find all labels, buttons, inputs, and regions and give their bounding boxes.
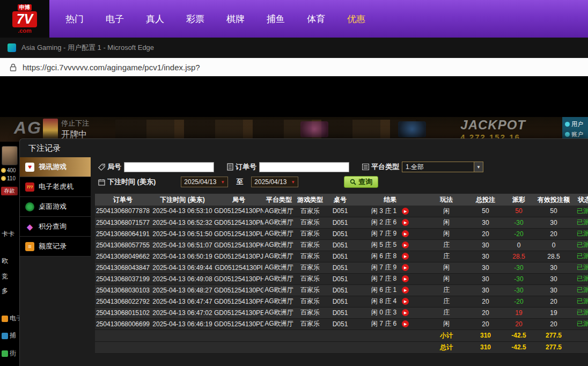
cell-valid: 28.5 bbox=[534, 251, 574, 262]
replay-icon[interactable]: ▶ bbox=[402, 298, 409, 305]
balance-row-2: 110 bbox=[1, 175, 16, 181]
cell-valid: 20 bbox=[534, 228, 574, 239]
subtotal-row-spacer bbox=[95, 330, 425, 341]
cell-time: 2025-04-13 06:51:07 bbox=[151, 239, 214, 251]
round-input[interactable] bbox=[124, 162, 214, 172]
cell-payout: -30 bbox=[504, 273, 534, 284]
cell-status: 已派 bbox=[574, 284, 588, 296]
replay-icon[interactable]: ▶ bbox=[402, 219, 409, 226]
cell-time: 2025-04-13 06:47:47 bbox=[151, 296, 214, 307]
cell-time: 2025-04-13 06:49:08 bbox=[151, 273, 214, 284]
replay-icon[interactable]: ▶ bbox=[402, 275, 409, 282]
cell-round: GD051254130PM bbox=[214, 217, 263, 228]
cell-table: D051 bbox=[326, 217, 355, 228]
table-status: 停止下注 开牌中 bbox=[61, 119, 89, 141]
sidebar-item-4[interactable]: ≡额度记录 bbox=[20, 237, 91, 257]
replay-icon[interactable]: ▶ bbox=[402, 241, 409, 248]
order-label-text: 订单号 bbox=[236, 162, 256, 172]
left-strip-item-0[interactable]: 卡卡 bbox=[2, 230, 14, 239]
nav-item-3[interactable]: 彩票 bbox=[186, 13, 204, 25]
replay-icon[interactable]: ▶ bbox=[402, 264, 409, 271]
cell-game: 百家乐 bbox=[295, 206, 326, 217]
banner-user-item-1[interactable]: 账户 bbox=[565, 130, 588, 138]
column-header-5: 桌号 bbox=[326, 194, 355, 206]
cell-order: 250413068077878 bbox=[95, 206, 151, 217]
slot-machines-decor bbox=[115, 120, 416, 139]
nav-item-2[interactable]: 真人 bbox=[146, 13, 164, 25]
cell-table: D051 bbox=[326, 273, 355, 284]
left-strip-item-2[interactable]: 竞 bbox=[2, 272, 8, 281]
sidebar-item-2[interactable]: 桌面游戏 bbox=[20, 197, 91, 217]
round-label: 局号 bbox=[98, 162, 121, 172]
page-content: AG 停止下注 开牌中 JACKPOT 4,272,152.16 用户账户 40… bbox=[0, 76, 588, 366]
total-row-spacer bbox=[95, 341, 425, 353]
cell-valid: 50 bbox=[534, 206, 574, 217]
table-row: 2504130680066992025-04-13 06:46:19GD0512… bbox=[95, 318, 588, 330]
browser-urlbar[interactable]: https://gci.7vvvvvv.com/agingame/pcv1/in… bbox=[0, 58, 588, 76]
cell-payout: 28.5 bbox=[504, 251, 534, 262]
nav-item-7[interactable]: 优惠 bbox=[347, 13, 365, 25]
cell-play: 庄 bbox=[425, 251, 467, 262]
window-title: Asia Gaming - 用户配置 1 - Microsoft Edge bbox=[21, 43, 154, 53]
deposit-button[interactable]: 存款 bbox=[1, 187, 18, 195]
column-header-3: 平台类型 bbox=[263, 194, 295, 206]
table-games-icon bbox=[25, 202, 34, 211]
sidebar-item-1[interactable]: 777电子老虎机 bbox=[20, 177, 91, 197]
replay-icon[interactable]: ▶ bbox=[402, 309, 409, 316]
site-logo[interactable]: 申博 7V .com bbox=[0, 0, 49, 38]
replay-icon[interactable]: ▶ bbox=[402, 253, 409, 260]
cell-status: 已派 bbox=[574, 239, 588, 251]
replay-icon[interactable]: ▶ bbox=[402, 287, 409, 294]
left-strip-label: 欧 bbox=[2, 257, 8, 266]
left-strip-item-6[interactable]: 街 bbox=[2, 349, 16, 358]
avatar[interactable] bbox=[2, 146, 18, 165]
table-row: 2504130680778782025-04-13 06:53:10GD0512… bbox=[95, 206, 588, 217]
left-strip-item-3[interactable]: 多 bbox=[2, 287, 8, 296]
arcade-icon bbox=[2, 350, 8, 357]
logo-cn-text: 申博 bbox=[18, 4, 32, 11]
balance-row-1: 400 bbox=[1, 167, 16, 173]
sidebar-item-3[interactable]: ◆积分查询 bbox=[20, 217, 91, 237]
cell-time: 2025-04-13 06:49:44 bbox=[151, 262, 214, 273]
nav-item-4[interactable]: 棋牌 bbox=[226, 13, 245, 25]
cell-valid: 0 bbox=[534, 239, 574, 251]
banner-user-label: 账户 bbox=[571, 130, 583, 138]
slots-icon bbox=[2, 316, 8, 322]
cell-result: 闲 7 庄 6▶ bbox=[355, 318, 425, 330]
order-input[interactable] bbox=[259, 162, 349, 172]
sidebar-item-0[interactable]: ♥视讯游戏 bbox=[20, 157, 91, 177]
records-icon: ≡ bbox=[25, 242, 34, 251]
nav-item-1[interactable]: 电子 bbox=[106, 13, 124, 25]
banner-user-item-0[interactable]: 用户 bbox=[565, 120, 588, 128]
cell-status: 已派 bbox=[574, 296, 588, 307]
cell-time: 2025-04-13 06:51:50 bbox=[151, 228, 214, 239]
date-from-select[interactable]: 2025/04/13 ▼ bbox=[181, 177, 228, 187]
cell-result: 闲 0 庄 3▶ bbox=[355, 307, 425, 318]
nav-item-0[interactable]: 热门 bbox=[65, 13, 84, 25]
replay-icon[interactable]: ▶ bbox=[402, 320, 409, 327]
nav-item-5[interactable]: 捕鱼 bbox=[267, 13, 285, 25]
left-strip-item-5[interactable]: 捕 bbox=[2, 331, 16, 340]
cell-game: 百家乐 bbox=[295, 217, 326, 228]
cell-valid: 30 bbox=[534, 284, 574, 296]
replay-icon[interactable]: ▶ bbox=[402, 208, 409, 215]
table-row: 2504130680496622025-04-13 06:50:19GD0512… bbox=[95, 251, 588, 262]
cell-round: GD051254130PI bbox=[214, 262, 263, 273]
slot-machine-thumb bbox=[43, 119, 58, 140]
cell-payout: 20 bbox=[504, 318, 534, 330]
replay-icon[interactable]: ▶ bbox=[402, 230, 409, 237]
left-strip: 400 110 存款 卡卡欧竞多电子捕街 bbox=[0, 140, 19, 366]
cell-result: 闲 6 庄 1▶ bbox=[355, 284, 425, 296]
nav-item-6[interactable]: 体育 bbox=[307, 13, 325, 25]
date-to-select[interactable]: 2025/04/13 ▼ bbox=[251, 177, 298, 187]
cell-time: 2025-04-13 06:48:27 bbox=[151, 284, 214, 296]
table-row: 2504130680151022025-04-13 06:47:02GD0512… bbox=[95, 307, 588, 318]
cell-payout: 0 bbox=[504, 239, 534, 251]
platform-type-select[interactable]: 1.全部 ▼ bbox=[402, 162, 483, 172]
left-strip-item-1[interactable]: 欧 bbox=[2, 257, 8, 266]
column-header-0: 订单号 bbox=[95, 194, 151, 206]
search-button[interactable]: 查询 bbox=[344, 176, 378, 188]
cell-platform: AG欧洲厅 bbox=[263, 251, 295, 262]
left-strip-item-4[interactable]: 电子 bbox=[2, 314, 19, 323]
fishing-icon bbox=[2, 333, 8, 339]
